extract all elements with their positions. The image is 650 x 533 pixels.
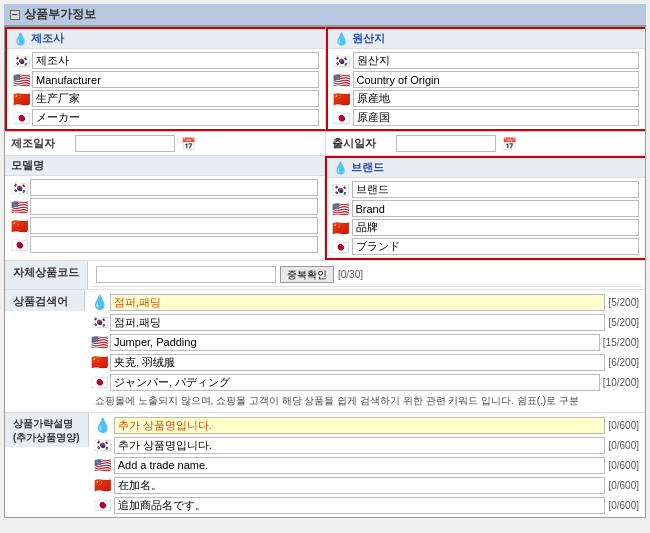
origin-input-cn[interactable] <box>353 90 640 107</box>
flag-us-b: 🇺🇸 <box>333 203 349 214</box>
model-input-jp[interactable] <box>30 236 318 253</box>
water-icon-origin: 💧 <box>334 32 349 46</box>
desc-count-0: [0/600] <box>608 420 639 431</box>
search-input-4[interactable] <box>110 374 600 391</box>
flag-kr-s0: 💧 <box>91 297 107 308</box>
brand-input-kr[interactable] <box>352 181 640 198</box>
desc-input-4[interactable] <box>114 497 606 514</box>
desc-count-2: [0/600] <box>608 460 639 471</box>
flag-cn-b: 🇨🇳 <box>333 222 349 233</box>
flag-cn: 🇨🇳 <box>13 93 29 104</box>
manufacturer-origin-row: 💧 제조사 🇰🇷 🇺🇸 🇨🇳 <box>5 27 645 132</box>
brand-input-jp[interactable] <box>352 238 640 255</box>
flag-us-m: 🇺🇸 <box>11 201 27 212</box>
flag-kr-d0: 💧 <box>95 420 111 431</box>
manufacturer-input-us[interactable] <box>32 71 319 88</box>
flag-us: 🇺🇸 <box>13 74 29 85</box>
manufacturer-input-jp[interactable] <box>32 109 319 126</box>
brand-input-us[interactable] <box>352 200 640 217</box>
flag-jp-d: 🇯🇵 <box>95 500 111 511</box>
manufacturer-input-cn[interactable] <box>32 90 319 107</box>
desc-row-0: 💧 [0/600] <box>93 415 641 435</box>
brand-input-cn[interactable] <box>352 219 640 236</box>
flag-kr-b: 🇰🇷 <box>333 184 349 195</box>
brand-row-cn: 🇨🇳 <box>331 218 642 237</box>
search-row-4: 🇯🇵 [10/200] <box>89 372 641 392</box>
desc-input-3[interactable] <box>114 477 606 494</box>
barcode-input-row: 중복확인 [0/30] <box>92 263 641 287</box>
search-input-2[interactable] <box>110 334 600 351</box>
section-title: 상품부가정보 <box>24 6 96 23</box>
desc-input-1[interactable] <box>114 437 606 454</box>
manufacturer-header: 💧 제조사 <box>7 29 325 49</box>
search-count-3: [6/200] <box>608 357 639 368</box>
origin-input-kr[interactable] <box>353 52 640 69</box>
model-input-cn[interactable] <box>30 217 318 234</box>
origin-row-jp: 🇯🇵 <box>332 108 642 127</box>
launch-date-input[interactable] <box>396 135 496 152</box>
flag-cn-m: 🇨🇳 <box>11 220 27 231</box>
manufacturer-input-kr[interactable] <box>32 52 319 69</box>
origin-input-us[interactable] <box>353 71 640 88</box>
search-row-3: 🇨🇳 [6/200] <box>89 352 641 372</box>
origin-input-jp[interactable] <box>353 109 640 126</box>
model-col: 모델명 🇰🇷 🇺🇸 🇨🇳 <box>5 156 325 260</box>
flag-us-d: 🇺🇸 <box>95 460 111 471</box>
search-count-4: [10/200] <box>603 377 639 388</box>
flag-jp-o: 🇯🇵 <box>334 112 350 123</box>
manufacturer-row-jp: 🇯🇵 <box>11 108 321 127</box>
flag-jp-m: 🇯🇵 <box>11 239 27 250</box>
model-input-us[interactable] <box>30 198 318 215</box>
brand-header: 💧 브랜드 <box>327 158 646 178</box>
launch-date-label: 출시일자 <box>332 136 392 151</box>
manufacture-date-col: 제조일자 📅 <box>5 132 326 155</box>
model-input-kr[interactable] <box>30 179 318 196</box>
section-header: − 상품부가정보 <box>4 4 646 26</box>
search-label: 상품검색어 <box>5 290 85 311</box>
origin-row-kr: 🇰🇷 <box>332 51 642 70</box>
search-count-0: [5/200] <box>608 297 639 308</box>
barcode-count: [0/30] <box>338 269 363 280</box>
manufacturer-label: 제조사 <box>31 31 64 46</box>
brand-row-us: 🇺🇸 <box>331 199 642 218</box>
desc-count-4: [0/600] <box>608 500 639 511</box>
manufacturer-col: 💧 제조사 🇰🇷 🇺🇸 🇨🇳 <box>5 27 326 131</box>
flag-kr: 🇰🇷 <box>13 55 29 66</box>
search-help-text: 쇼핑몰에 노출되지 않으며, 쇼핑몰 고객이 해당 상품을 쉽게 검색하기 위한… <box>89 392 641 410</box>
calendar-icon-manufacture[interactable]: 📅 <box>181 137 196 151</box>
origin-row-us: 🇺🇸 <box>332 70 642 89</box>
desc-row-1: 🇰🇷 [0/600] <box>93 435 641 455</box>
flag-us-o: 🇺🇸 <box>334 74 350 85</box>
desc-count-3: [0/600] <box>608 480 639 491</box>
flag-kr-d1: 🇰🇷 <box>95 440 111 451</box>
desc-row-2: 🇺🇸 [0/600] <box>93 455 641 475</box>
form-outer: 💧 제조사 🇰🇷 🇺🇸 🇨🇳 <box>4 26 646 518</box>
collapse-icon[interactable]: − <box>10 10 20 20</box>
desc-input-0[interactable] <box>114 417 606 434</box>
water-icon: 💧 <box>13 32 28 46</box>
barcode-input[interactable] <box>96 266 276 283</box>
origin-col: 💧 원산지 🇰🇷 🇺🇸 🇨🇳 <box>326 27 646 131</box>
model-row-jp: 🇯🇵 <box>9 235 320 254</box>
desc-input-2[interactable] <box>114 457 606 474</box>
flag-jp: 🇯🇵 <box>13 112 29 123</box>
calendar-icon-launch[interactable]: 📅 <box>502 137 517 151</box>
search-row-1: 🇰🇷 [5/200] <box>89 312 641 332</box>
barcode-label: 자체상품코드 <box>5 261 88 289</box>
main-container: − 상품부가정보 💧 제조사 🇰🇷 🇺🇸 <box>0 0 650 525</box>
model-brand-row: 모델명 🇰🇷 🇺🇸 🇨🇳 <box>5 156 645 261</box>
desc-row-3: 🇨🇳 [0/600] <box>93 475 641 495</box>
barcode-row: 자체상품코드 중복확인 [0/30] <box>5 261 645 290</box>
search-count-2: [15/200] <box>603 337 639 348</box>
search-input-0[interactable] <box>110 294 605 311</box>
manufacturer-row-cn: 🇨🇳 <box>11 89 321 108</box>
search-input-3[interactable] <box>110 354 605 371</box>
brand-body: 🇰🇷 🇺🇸 🇨🇳 🇯🇵 <box>327 178 646 258</box>
check-duplicate-button[interactable]: 중복확인 <box>280 266 334 283</box>
launch-date-col: 출시일자 📅 <box>326 132 646 155</box>
manufacture-date-input[interactable] <box>75 135 175 152</box>
water-icon-brand: 💧 <box>333 161 348 175</box>
search-input-1[interactable] <box>110 314 605 331</box>
manufacturer-row-us: 🇺🇸 <box>11 70 321 89</box>
origin-body: 🇰🇷 🇺🇸 🇨🇳 🇯🇵 <box>328 49 646 129</box>
